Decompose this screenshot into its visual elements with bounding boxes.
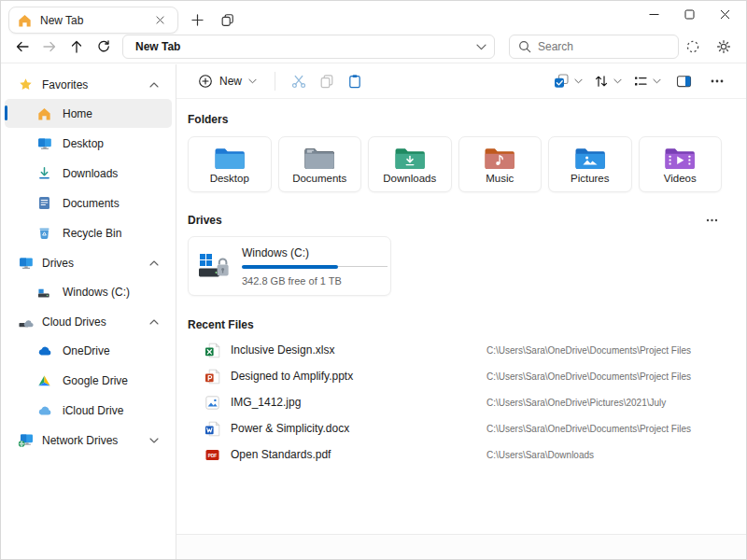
duplicate-tab-button[interactable]	[214, 7, 240, 34]
maximize-icon	[684, 9, 695, 20]
select-menu-button[interactable]	[550, 68, 585, 94]
pdf-file-icon: PDF	[204, 447, 220, 463]
chevron-up-icon[interactable]	[149, 319, 159, 325]
sidebar-item-documents[interactable]: Documents	[5, 189, 172, 217]
sidebar-item-recycle-bin[interactable]: Recycle Bin	[5, 218, 172, 247]
sidebar-item-label: Recycle Bin	[63, 227, 121, 240]
sidebar-item-desktop[interactable]: Desktop	[5, 129, 172, 158]
new-tab-button[interactable]	[184, 7, 210, 34]
search-input[interactable]	[538, 40, 669, 53]
tab-new-tab[interactable]: New Tab	[8, 7, 178, 34]
sidebar-item-windows-c[interactable]: Windows (C:)	[5, 277, 172, 306]
sidebar-item-icloud-drive[interactable]: iCloud Drive	[5, 396, 172, 425]
multi-select-icon	[553, 73, 570, 90]
address-bar[interactable]: New Tab	[122, 35, 495, 59]
sidebar-item-label: Documents	[63, 197, 120, 210]
sort-icon	[594, 74, 609, 89]
chevron-up-icon[interactable]	[149, 260, 159, 266]
folder-card-desktop[interactable]: Desktop	[188, 136, 272, 192]
sidebar-item-label: Google Drive	[63, 374, 128, 387]
recycle-bin-icon	[36, 226, 52, 240]
chevron-up-icon[interactable]	[149, 82, 159, 88]
recent-file-row[interactable]: Power & Simplicity.docx C:\Users\Sara\On…	[188, 415, 722, 441]
new-button[interactable]: New	[190, 69, 265, 93]
select-region-button[interactable]	[679, 35, 706, 59]
recent-file-path: C:\Users\Sara\Downloads	[486, 450, 594, 460]
folder-card-music[interactable]: Music	[458, 136, 543, 192]
search-box[interactable]	[509, 35, 679, 59]
drive-usage-text: 342.8 GB free of 1 TB	[242, 275, 388, 287]
details-pane-icon	[676, 74, 692, 89]
recent-file-row[interactable]: Designed to Amplify.pptx C:\Users\Sara\O…	[188, 363, 722, 389]
copy-button[interactable]	[313, 68, 341, 94]
recent-file-name: Open Standards.pdf	[231, 448, 486, 461]
refresh-button[interactable]	[90, 35, 117, 59]
recent-file-name: Power & Simplicity.docx	[231, 422, 486, 435]
paste-button[interactable]	[341, 68, 369, 94]
folder-card-downloads[interactable]: Downloads	[368, 136, 452, 192]
section-label: Cloud Drives	[42, 315, 106, 329]
pictures-folder-icon	[574, 146, 606, 171]
new-button-label: New	[219, 75, 242, 88]
drives-more-button[interactable]	[702, 215, 722, 226]
recent-file-row[interactable]: PDF Open Standards.pdf C:\Users\Sara\Dow…	[188, 441, 722, 468]
folder-card-documents[interactable]: Documents	[278, 136, 362, 192]
desktop-folder-icon	[214, 146, 246, 171]
close-icon	[156, 16, 164, 24]
drives-section-title: Drives	[188, 214, 222, 227]
more-options-button[interactable]	[703, 68, 731, 94]
forward-button[interactable]	[35, 35, 63, 59]
sidebar-item-home[interactable]: Home	[5, 99, 172, 128]
up-button[interactable]	[63, 35, 90, 59]
ellipsis-icon	[711, 79, 724, 83]
sidebar-item-label: Desktop	[63, 137, 104, 150]
cut-button[interactable]	[285, 68, 313, 94]
chevron-down-icon	[248, 78, 257, 84]
view-menu-button[interactable]	[630, 68, 664, 94]
sort-menu-button[interactable]	[591, 68, 625, 94]
sidebar-item-google-drive[interactable]: Google Drive	[5, 366, 172, 395]
recent-file-name: IMG_1412.jpg	[231, 396, 486, 409]
sidebar-item-onedrive[interactable]: OneDrive	[5, 336, 172, 365]
recent-file-name: Designed to Amplify.pptx	[231, 370, 486, 383]
maximize-button[interactable]	[671, 1, 707, 27]
sidebar-section-cloud-drives[interactable]: Cloud Drives	[5, 307, 172, 336]
recent-file-row[interactable]: Inclusive Design.xlsx C:\Users\Sara\OneD…	[188, 337, 722, 363]
chevron-down-icon[interactable]	[149, 438, 159, 443]
sidebar-section-drives[interactable]: Drives	[5, 248, 172, 277]
folder-card-label: Downloads	[383, 173, 436, 184]
drive-card-windows-c[interactable]: Windows (C:) 342.8 GB free of 1 TB	[188, 236, 391, 296]
section-label: Network Drives	[42, 434, 118, 447]
folder-card-videos[interactable]: Videos	[639, 136, 723, 192]
chevron-down-icon	[613, 78, 622, 84]
recent-file-row[interactable]: IMG_1412.jpg C:\Users\Sara\OneDrive\Pict…	[188, 389, 722, 415]
download-icon	[36, 166, 52, 180]
folder-card-label: Desktop	[210, 173, 249, 184]
address-text: New Tab	[135, 40, 180, 53]
list-view-icon	[633, 74, 648, 89]
tab-close-button[interactable]	[150, 11, 169, 30]
folder-card-pictures[interactable]: Pictures	[548, 136, 632, 192]
navigation-bar: New Tab	[1, 35, 746, 63]
close-window-button[interactable]	[707, 1, 742, 27]
status-bar	[176, 534, 746, 559]
ellipsis-icon	[706, 218, 718, 222]
back-button[interactable]	[8, 35, 35, 59]
recent-file-path: C:\Users\Sara\OneDrive\Documents\Project…	[486, 371, 691, 382]
recent-files-section-title: Recent Files	[188, 318, 254, 331]
sidebar-section-network-drives[interactable]: Network Drives	[5, 426, 172, 455]
settings-button[interactable]	[710, 35, 737, 59]
details-pane-button[interactable]	[669, 68, 698, 94]
document-icon	[36, 196, 52, 210]
toolbar-divider	[275, 72, 275, 91]
icloud-cloud-icon	[36, 405, 52, 416]
cloud-drive-icon	[18, 315, 34, 329]
command-toolbar: New	[176, 64, 746, 99]
chevron-down-icon[interactable]	[476, 44, 486, 50]
close-icon	[720, 9, 730, 20]
sidebar-section-favorites[interactable]: Favorites	[5, 70, 172, 99]
recent-file-path: C:\Users\Sara\OneDrive\Documents\Project…	[486, 424, 691, 434]
recent-file-path: C:\Users\Sara\OneDrive\Pictures\2021\Jul…	[486, 398, 666, 408]
minimize-button[interactable]	[636, 1, 671, 27]
sidebar-item-downloads[interactable]: Downloads	[5, 159, 172, 188]
